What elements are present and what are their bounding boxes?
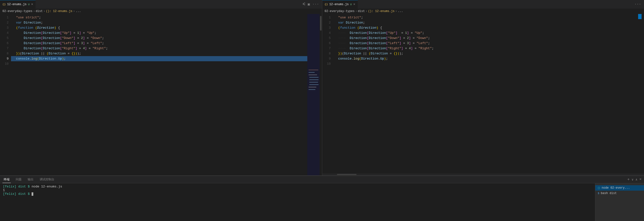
panel-tab-output[interactable]: 输出 (26, 176, 35, 183)
code-line-l6: Direction[Direction["Left"] = 3] = "Left… (11, 41, 307, 46)
panel-tab-bar: 终端 问题 输出 调试控制台 + ∨ ∧ × (0, 176, 644, 183)
terminal-prompt2: [felix] dist $ (3, 192, 30, 196)
code-line-r6: ···· Direction[Direction["Left"] = 3] = … (333, 41, 642, 46)
svg-rect-4 (309, 80, 318, 80)
split-terminal-icon[interactable]: ∨ (632, 178, 634, 181)
code-line-r10 (333, 61, 642, 66)
session-node[interactable]: ⬡ node 02-every... (595, 185, 644, 191)
breadcrumb-left-folder2[interactable]: dist (36, 10, 43, 13)
panel-tab-problems[interactable]: 问题 (14, 176, 23, 183)
tab-file-icon-left: () (2, 3, 6, 6)
svg-rect-7 (308, 87, 316, 87)
more-actions-icon-left[interactable]: ··· (312, 2, 319, 6)
split-editor-icon[interactable]: ⑆ (303, 2, 305, 6)
left-minimap (307, 14, 320, 175)
breadcrumb-right-folder1[interactable]: 02-everyday-types (325, 10, 354, 13)
breadcrumb-left-file[interactable]: (): 12-enums.js (46, 10, 72, 13)
svg-rect-0 (308, 70, 318, 70)
code-line-l2: var Direction; (11, 20, 307, 25)
session-node-label: node 02-every... (602, 186, 630, 190)
bc-sep4: › (355, 10, 357, 13)
code-line-l8: })(Direction || (Direction = {})); (11, 51, 307, 56)
svg-rect-6 (309, 85, 318, 85)
svg-rect-3 (309, 77, 318, 78)
terminal-sessions: ⬡ node 02-every... $ bash dist (595, 183, 644, 221)
right-line-numbers: 1 2 3 4 5 6 7 8 9 10 (322, 14, 333, 173)
code-line-r5: ···· Direction[Direction["Down"] = 2] = … (333, 36, 642, 41)
right-editor-pane: 1 2 3 4 5 6 7 8 9 10 "use strict"; var D… (322, 14, 644, 175)
session-bash-label: bash dist (601, 192, 617, 195)
terminal-content[interactable]: [felix] dist $ node 12-enums.js 1 [felix… (0, 183, 595, 221)
breadcrumb-left-folder1[interactable]: 02-everyday-types (2, 10, 32, 13)
code-line-l5: Direction[Direction["Down"] = 2] = "Down… (11, 36, 307, 41)
code-line-r7: ···· Direction[Direction["Right"] = 4] =… (333, 46, 642, 51)
code-line-r9: console.log(Direction.Up); (333, 56, 642, 61)
code-line-r4: ···· Direction[Direction["Up"] = 1] = "U… (333, 30, 642, 36)
panel-actions: + ∨ ∧ × (627, 177, 642, 182)
terminal-line2: 1 (3, 188, 592, 192)
left-scrollbar[interactable] (320, 14, 322, 175)
code-line-l1: "use strict"; (11, 15, 307, 20)
terminal-output1: 1 (3, 188, 5, 192)
left-tab[interactable]: () 12-enums.js U × (0, 0, 36, 9)
left-line-numbers: 1 2 3 4 5 6 7 8 9 10 (0, 14, 11, 175)
right-tab-filename: 12-enums.js (329, 3, 349, 6)
terminal-body: [felix] dist $ node 12-enums.js 1 [felix… (0, 183, 644, 221)
terminal-cmd1: node 12-enums.js (32, 185, 62, 188)
close-panel-icon[interactable]: × (639, 177, 642, 181)
terminal-line1: [felix] dist $ node 12-enums.js (3, 185, 592, 188)
terminal-panel: 终端 问题 输出 调试控制台 + ∨ ∧ × [felix] dist $ no… (0, 176, 644, 221)
svg-rect-1 (308, 72, 315, 73)
add-terminal-icon[interactable]: + (627, 177, 630, 182)
left-editor-pane: 1 2 3 4 5 6 7 8 9 10 "use strict"; var D… (0, 14, 322, 175)
right-tab[interactable]: () 12-enums.js U × (322, 0, 358, 9)
breadcrumb-right-folder2[interactable]: dist (358, 10, 365, 13)
svg-rect-8 (308, 89, 316, 90)
code-line-l4: Direction[Direction["Up"] = 1] = "Up"; (11, 30, 307, 36)
right-code-area[interactable]: "use strict"; var Direction; (function (… (333, 14, 642, 173)
bc-sep2: › (43, 10, 45, 13)
left-tab-close[interactable]: × (31, 3, 33, 6)
right-cursor-indicator (638, 14, 642, 19)
code-line-l9: console.log(Direction.Up); (11, 56, 307, 61)
breadcrumb-right-context: ... (398, 10, 403, 13)
code-line-r1: "use strict"; (333, 15, 642, 20)
panel-tab-debug[interactable]: 调试控制台 (38, 176, 56, 183)
right-tab-modified: U (350, 3, 352, 6)
code-line-l3: (function (Direction) { (11, 25, 307, 30)
bc-sep6: › (395, 10, 397, 13)
svg-rect-2 (308, 75, 317, 75)
code-line-r8: })(Direction || (Direction = {})); (333, 51, 642, 56)
bc-sep3: › (73, 10, 75, 13)
code-line-r2: var Direction; (333, 20, 642, 25)
terminal-prompt1: [felix] dist $ (3, 185, 30, 188)
left-tab-modified: U (28, 3, 30, 6)
left-tab-filename: 12-enums.js (7, 3, 26, 6)
right-scrollbar[interactable] (642, 14, 644, 173)
session-bash[interactable]: $ bash dist (595, 191, 644, 196)
bash-session-icon: $ (598, 192, 600, 195)
svg-rect-5 (309, 82, 318, 83)
right-tab-close[interactable]: × (353, 3, 355, 6)
terminal-line3: [felix] dist $ (3, 192, 592, 196)
tab-file-icon-right: () (325, 3, 328, 6)
more-actions-icon-right[interactable]: ··· (634, 2, 641, 6)
breadcrumb-left-context: ... (76, 10, 81, 13)
code-line-l10 (11, 61, 307, 66)
node-session-icon: ⬡ (598, 186, 600, 190)
left-code-area[interactable]: "use strict"; var Direction; (function (… (11, 14, 307, 175)
maximize-panel-icon[interactable]: ∧ (636, 178, 638, 181)
bc-sep5: › (366, 10, 367, 13)
bc-sep1: › (33, 10, 35, 13)
layout-icon[interactable]: ▣ (308, 2, 310, 7)
terminal-cursor (32, 192, 33, 196)
panel-tab-terminal[interactable]: 终端 (2, 176, 11, 183)
code-line-l7: Direction[Direction["Right"] = 4] = "Rig… (11, 46, 307, 51)
code-line-r3: (function (Direction) { (333, 25, 642, 30)
breadcrumb-right-file[interactable]: (): 12-enums.js (368, 10, 394, 13)
